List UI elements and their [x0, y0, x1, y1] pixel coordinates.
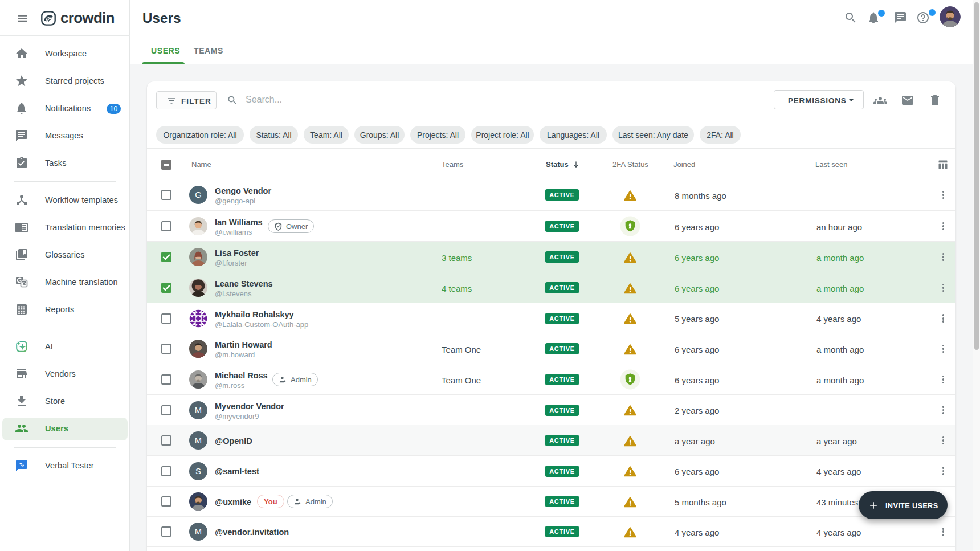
svg-text:G: G	[195, 190, 201, 199]
svg-text:M: M	[194, 436, 201, 445]
svg-text:M: M	[194, 405, 201, 414]
svg-text:S: S	[195, 467, 201, 476]
svg-text:M: M	[194, 527, 201, 536]
